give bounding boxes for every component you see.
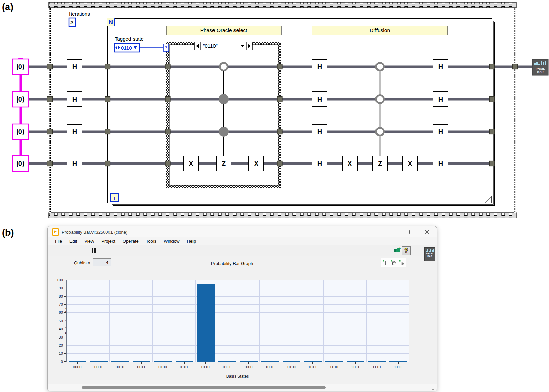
case-selector-value: "0110" <box>203 43 218 49</box>
pan-tool-button[interactable] <box>399 259 405 266</box>
graph-palette <box>381 258 406 267</box>
oracle-section-label: Phase Oracle select <box>166 26 281 35</box>
scrollbar-thumb[interactable] <box>82 386 326 389</box>
labview-app-icon <box>52 228 59 236</box>
z-gate-label: Z <box>378 160 382 167</box>
ket0-source-1[interactable]: |0⟩ <box>13 59 29 74</box>
h-gate[interactable]: H <box>67 59 82 74</box>
plot-area[interactable] <box>66 280 409 362</box>
x-gate[interactable]: X <box>249 156 264 171</box>
x-gate[interactable]: X <box>403 156 418 171</box>
tunnels <box>47 64 518 166</box>
probability-bar-window: Probability Bar.vi:3250001 (clone) FileE… <box>47 226 437 391</box>
bar-1100 <box>325 361 343 362</box>
graph-title: Probability Bar Graph <box>48 261 416 266</box>
x-tick-label: 0011 <box>131 365 151 369</box>
h-gate[interactable]: H <box>433 156 448 171</box>
menu-view[interactable]: View <box>81 239 98 244</box>
h-gate[interactable]: H <box>67 92 82 107</box>
x-tick-label: 1110 <box>366 365 387 369</box>
menu-bar[interactable]: FileEditViewProjectOperateToolsWindowHel… <box>48 237 437 245</box>
close-button[interactable] <box>419 226 435 237</box>
h-gate-label: H <box>438 128 443 135</box>
ket0-source-3[interactable]: |0⟩ <box>13 124 29 139</box>
vi-icon-line1: PROB. <box>426 252 434 255</box>
case-selector[interactable]: "0110" <box>194 42 252 50</box>
x-tick-label: 1101 <box>345 365 365 369</box>
loop-page-fold <box>485 196 491 203</box>
vi-icon[interactable]: PROB. BAR <box>424 247 435 261</box>
x-tick-label: 0101 <box>174 365 194 369</box>
loop-index-label: i <box>114 195 115 201</box>
x-tick <box>205 362 206 364</box>
h-gate[interactable]: H <box>312 156 327 171</box>
h-gate[interactable]: H <box>312 59 327 74</box>
x-gate-label: X <box>347 160 352 167</box>
menu-window[interactable]: Window <box>160 239 183 244</box>
vi-icon-bars <box>426 249 434 252</box>
bar-1111 <box>389 361 407 362</box>
h-gate-label: H <box>317 63 322 70</box>
z-gate-label: Z <box>222 160 226 167</box>
control-0-icon <box>376 95 384 103</box>
h-gate[interactable]: H <box>312 92 327 107</box>
diffusion-section-text: Diffusion <box>370 27 390 33</box>
h-gate[interactable]: H <box>67 156 82 171</box>
window-title: Probability Bar.vi:3250001 (clone) <box>62 230 127 235</box>
h-gate-label: H <box>438 95 443 103</box>
ket0-source-2[interactable]: |0⟩ <box>13 91 29 107</box>
iterations-control[interactable]: Iterations 3 <box>69 11 90 26</box>
bar-0110 <box>197 284 215 362</box>
qubit-sources: |0⟩ |0⟩ |0⟩ |0⟩ <box>13 58 29 171</box>
x-tick-label: 1000 <box>238 365 259 369</box>
pause-button[interactable] <box>92 248 97 253</box>
tagged-state-control[interactable]: Tagged state 0110 <box>114 36 144 52</box>
bar-1110 <box>368 361 386 362</box>
menu-operate[interactable]: Operate <box>119 239 142 244</box>
bar-1000 <box>240 361 258 362</box>
context-help-button[interactable]: ? <box>402 246 411 255</box>
prob-bar-subvi-icon[interactable]: PROB. BAR <box>532 59 548 75</box>
y-tick: 20 <box>52 343 66 348</box>
loop-count-terminal: N <box>107 18 115 26</box>
ket0-source-4[interactable]: |0⟩ <box>13 156 29 171</box>
minimize-icon <box>394 232 398 232</box>
x-tick <box>99 362 99 364</box>
h-gate-label: H <box>317 128 322 135</box>
menu-edit[interactable]: Edit <box>66 239 81 244</box>
vi-icon-line2: BAR <box>427 255 432 257</box>
scrollbar-track[interactable] <box>48 384 437 391</box>
ket0-label: |0⟩ <box>16 95 25 103</box>
bar-0101 <box>176 361 193 362</box>
h-gate-label: H <box>72 160 77 167</box>
z-gate[interactable]: Z <box>372 156 387 171</box>
minimize-button[interactable] <box>388 226 404 237</box>
x-tick <box>334 362 334 364</box>
menu-file[interactable]: File <box>51 239 66 244</box>
resize-grip-icon[interactable] <box>432 386 436 390</box>
title-bar[interactable]: Probability Bar.vi:3250001 (clone) <box>48 226 437 237</box>
h-gate[interactable]: H <box>433 59 448 74</box>
x-gate[interactable]: X <box>342 156 357 171</box>
x-tick <box>248 362 249 364</box>
menu-project[interactable]: Project <box>98 239 119 244</box>
h-gate[interactable]: H <box>67 124 82 139</box>
y-tick: 30 <box>52 335 66 340</box>
x-tick <box>270 362 270 364</box>
bar-1101 <box>347 361 364 362</box>
cursor-tool-button[interactable] <box>382 259 389 266</box>
h-gate[interactable]: H <box>312 124 327 139</box>
h-gate[interactable]: H <box>433 124 448 139</box>
menu-tools[interactable]: Tools <box>142 239 160 244</box>
x-gate[interactable]: X <box>184 156 199 171</box>
z-gate[interactable]: Z <box>216 156 231 171</box>
iterations-label: Iterations <box>69 11 90 17</box>
zoom-tool-button[interactable] <box>390 259 397 266</box>
maximize-button[interactable] <box>404 226 419 237</box>
x-tick-label: 0001 <box>88 365 109 369</box>
clone-indicator-icon[interactable]: + <box>394 248 401 253</box>
control-0-icon <box>220 63 228 71</box>
menu-help[interactable]: Help <box>183 239 200 244</box>
h-gate[interactable]: H <box>433 92 448 107</box>
tagged-state-label: Tagged state <box>115 36 144 42</box>
